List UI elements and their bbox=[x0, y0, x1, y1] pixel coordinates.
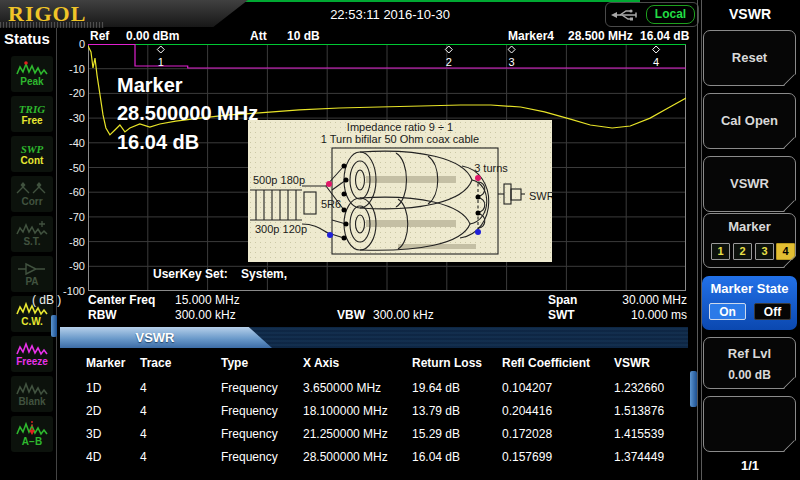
table-row: 4D4Frequency28.500000 MHz16.04 dB0.15769… bbox=[60, 450, 688, 464]
table-header-cell: VSWR bbox=[614, 356, 650, 370]
status-item-trig: TRIGFree bbox=[11, 96, 53, 132]
marker-select-1[interactable]: 1 bbox=[711, 243, 730, 260]
table-cell: 1.232660 bbox=[614, 381, 664, 395]
table-cell: 2D bbox=[86, 404, 101, 418]
marker-readout-label: Marker4 bbox=[508, 30, 554, 43]
table-band: VSWR bbox=[60, 327, 688, 348]
softkey-reset[interactable]: Reset bbox=[703, 30, 796, 86]
status-item-ab: A−B bbox=[11, 416, 53, 452]
y-axis-label: -50 bbox=[57, 162, 85, 174]
rbw-value: 300.00 kHz bbox=[175, 309, 236, 322]
ref-lvl-value: 0.00 dB bbox=[704, 368, 795, 382]
local-badge: Local bbox=[646, 5, 695, 24]
softkey-marker-label: Marker bbox=[704, 219, 795, 234]
userkey-message: UserKey Set: System, bbox=[153, 268, 287, 281]
ref-value: 0.00 dBm bbox=[126, 30, 179, 43]
table-header-cell: Refl Coefficient bbox=[502, 356, 590, 370]
softkey-empty[interactable] bbox=[703, 396, 796, 452]
marker-diamond-3 bbox=[508, 46, 515, 53]
marker-overlay-level: 16.04 dB bbox=[117, 132, 199, 152]
table-header-cell: Marker bbox=[86, 356, 125, 370]
marker-overlay-title: Marker bbox=[117, 75, 183, 95]
y-axis-label: 0 bbox=[57, 38, 85, 50]
table-header-cell: X Axis bbox=[303, 356, 339, 370]
marker-number-1: 1 bbox=[158, 56, 164, 68]
table-cell: Frequency bbox=[221, 381, 278, 395]
softkey-marker[interactable]: Marker 1234 bbox=[703, 213, 796, 268]
y-axis-label: -10 bbox=[57, 63, 85, 75]
table-cell: 1.415539 bbox=[614, 427, 664, 441]
table-tab-label: VSWR bbox=[60, 327, 250, 348]
att-label: Att bbox=[250, 30, 267, 43]
marker-select-4[interactable]: 4 bbox=[776, 243, 795, 260]
table-cell: Frequency bbox=[221, 427, 278, 441]
wave-icon bbox=[16, 341, 48, 356]
table-cell: 3D bbox=[86, 427, 101, 441]
table-cell: 16.04 dB bbox=[412, 450, 460, 464]
status-item-peak: Peak bbox=[11, 56, 53, 92]
table-cell: 4 bbox=[140, 427, 147, 441]
table-cell: 19.64 dB bbox=[412, 381, 460, 395]
status-item-swp-tag: SWP bbox=[21, 143, 44, 155]
table-cell: Frequency bbox=[221, 404, 278, 418]
table-row: 3D4Frequency21.250000 MHz15.29 dB0.17202… bbox=[60, 427, 688, 441]
table-cell: 0.104207 bbox=[502, 381, 552, 395]
inset-title-2: 1 Turn bifilar 50 Ohm coax cable bbox=[321, 133, 479, 145]
table-cell: 3.650000 MHz bbox=[303, 381, 381, 395]
instrument-screen: RIGOL 22:53:11 2016-10-30 Local Status P… bbox=[0, 0, 800, 480]
vbw-label: VBW bbox=[337, 309, 365, 322]
table-cell: 0.157699 bbox=[502, 450, 552, 464]
table-cell: 1D bbox=[86, 381, 101, 395]
y-axis-label: -70 bbox=[57, 211, 85, 223]
marker-select-3[interactable]: 3 bbox=[755, 243, 774, 260]
softkey-marker-state[interactable]: Marker State On Off bbox=[702, 276, 797, 330]
panel-position-indicator bbox=[690, 371, 697, 407]
inset-cap-top-label: 500p 180p bbox=[253, 174, 305, 186]
center-freq-value: 15.000 MHz bbox=[175, 294, 240, 307]
marker-state-off-button[interactable]: Off bbox=[754, 303, 791, 320]
impedance-schematic-inset: Impedance ratio 9 ÷ 1 1 Turn bifilar 50 … bbox=[248, 120, 552, 262]
page-indicator: 1/1 bbox=[700, 458, 800, 473]
status-item-swp-label: Cont bbox=[21, 155, 44, 166]
table-row: 1D4Frequency3.650000 MHz19.64 dB0.104207… bbox=[60, 381, 688, 395]
table-cell: 4 bbox=[140, 381, 147, 395]
softkey-ref-lvl[interactable]: Ref Lvl 0.00 dB bbox=[703, 337, 796, 389]
panel-divider-2 bbox=[701, 0, 702, 480]
wave-icon bbox=[16, 381, 48, 396]
table-cell: 15.29 dB bbox=[412, 427, 460, 441]
status-item-freeze: Freeze bbox=[11, 336, 53, 372]
marker-select-2[interactable]: 2 bbox=[733, 243, 752, 260]
inset-cap-bottom-label: 300p 120p bbox=[255, 223, 307, 235]
panel-title: VSWR bbox=[700, 6, 800, 22]
top-bar: RIGOL 22:53:11 2016-10-30 Local bbox=[0, 0, 800, 28]
inset-resistor-label: 5R6 bbox=[321, 198, 341, 210]
y-axis-label: -40 bbox=[57, 137, 85, 149]
status-item-st-label: S.T. bbox=[23, 236, 40, 247]
status-item-swp: SWPCont bbox=[11, 136, 53, 172]
inset-title-1: Impedance ratio 9 ÷ 1 bbox=[347, 121, 453, 133]
table-cell: 18.100000 MHz bbox=[303, 404, 388, 418]
softkey-cal-open[interactable]: Cal Open bbox=[703, 93, 796, 149]
rigol-logo: RIGOL bbox=[8, 0, 86, 27]
marker-diamond-1 bbox=[157, 46, 164, 53]
marker-state-on-button[interactable]: On bbox=[709, 303, 746, 320]
table-cell: 4D bbox=[86, 450, 101, 464]
wave-ab-icon bbox=[16, 421, 48, 436]
softkey-vswr[interactable]: VSWR bbox=[703, 156, 796, 212]
status-item-corr-label: Corr bbox=[21, 196, 42, 207]
table-cell: 4 bbox=[140, 404, 147, 418]
status-item-peak-label: Peak bbox=[20, 76, 43, 87]
table-tab-vswr: VSWR bbox=[60, 327, 272, 348]
table-cell: 1.374449 bbox=[614, 450, 664, 464]
marker-readout-freq: 28.500 MHz bbox=[568, 30, 633, 43]
swt-label: SWT bbox=[548, 309, 575, 322]
ref-label: Ref bbox=[90, 30, 109, 43]
marker-readout-level: 16.04 dB bbox=[640, 30, 689, 43]
table-header-row: MarkerTraceTypeX AxisReturn LossRefl Coe… bbox=[60, 356, 688, 370]
panel-divider-1 bbox=[697, 0, 698, 480]
att-value: 10 dB bbox=[287, 30, 320, 43]
status-item-blank-label: Blank bbox=[18, 396, 45, 407]
sidebar-position-indicator bbox=[51, 315, 57, 337]
table-header-cell: Type bbox=[221, 356, 248, 370]
ref-lvl-label: Ref Lvl bbox=[704, 346, 795, 361]
